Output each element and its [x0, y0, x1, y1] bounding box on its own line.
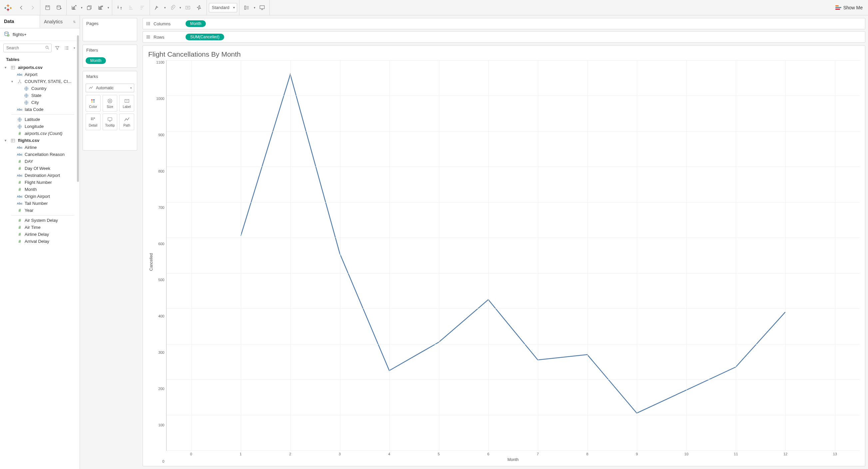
field-row[interactable]: State: [0, 92, 80, 99]
show-me-label: Show Me: [843, 5, 863, 10]
sort-desc-button[interactable]: [137, 2, 148, 13]
rows-pill-cancelled[interactable]: SUM(Cancelled): [186, 34, 224, 40]
back-button[interactable]: [16, 2, 27, 13]
svg-rect-42: [94, 118, 95, 119]
field-row[interactable]: City: [0, 99, 80, 106]
fields-tree: ▾airports.csvAbcAirport▾COUNTRY, STATE, …: [0, 64, 80, 469]
field-row[interactable]: Latitude: [0, 116, 80, 123]
rows-shelf[interactable]: Rows SUM(Cancelled): [143, 31, 865, 43]
field-row[interactable]: #Air System Delay: [0, 217, 80, 224]
tooltip-icon: [107, 117, 113, 123]
marks-color-button[interactable]: Color: [86, 95, 101, 112]
columns-shelf[interactable]: Columns Month: [143, 18, 865, 29]
field-row[interactable]: #Year: [0, 207, 80, 214]
filter-pill-month[interactable]: Month: [86, 57, 106, 64]
svg-rect-22: [11, 66, 15, 69]
marks-tooltip-button[interactable]: Tooltip: [102, 114, 118, 130]
sort-asc-button[interactable]: [126, 2, 136, 13]
new-worksheet-dropdown[interactable]: ▾: [80, 6, 83, 9]
presentation-button[interactable]: [257, 2, 268, 13]
field-row[interactable]: AbcTail Number: [0, 200, 80, 207]
field-row[interactable]: #Day Of Week: [0, 165, 80, 172]
svg-point-36: [109, 100, 111, 102]
table-row[interactable]: ▾airports.csv: [0, 64, 80, 71]
marks-size-button[interactable]: Size: [102, 95, 118, 112]
duplicate-sheet-button[interactable]: [84, 2, 95, 13]
pin-button[interactable]: [194, 2, 205, 13]
marks-label-button[interactable]: TLabel: [119, 95, 134, 112]
field-row[interactable]: #Air Time: [0, 224, 80, 231]
tab-analytics[interactable]: Analytics⇅: [40, 15, 80, 28]
field-row[interactable]: #Flight Number: [0, 179, 80, 186]
field-row[interactable]: AbcAirport: [0, 71, 80, 78]
field-row[interactable]: AbcDestination Airport: [0, 172, 80, 179]
clear-sheet-dropdown[interactable]: ▾: [106, 6, 110, 9]
attach-button[interactable]: [167, 2, 178, 13]
new-datasource-button[interactable]: [54, 2, 64, 13]
swap-button[interactable]: [114, 2, 125, 13]
path-icon: [124, 117, 130, 123]
svg-rect-14: [101, 6, 101, 9]
field-row[interactable]: #Arrival Delay: [0, 238, 80, 245]
save-button[interactable]: [42, 2, 53, 13]
svg-text:T: T: [126, 100, 128, 102]
mark-type-select[interactable]: Automatic: [86, 84, 134, 92]
chart-title[interactable]: Flight Cancellations By Month: [148, 50, 860, 58]
svg-point-21: [45, 46, 48, 48]
show-cards-button[interactable]: [242, 2, 252, 13]
fit-select[interactable]: Standard: [209, 3, 237, 12]
svg-rect-11: [74, 6, 74, 9]
columns-pill-month[interactable]: Month: [186, 20, 206, 27]
color-icon: [90, 98, 96, 104]
field-row[interactable]: #airports.csv (Count): [0, 130, 80, 137]
marks-path-button[interactable]: Path: [119, 114, 134, 130]
text-annotation-button[interactable]: T: [183, 2, 193, 13]
size-icon: [107, 98, 113, 104]
viz-canvas[interactable]: Flight Cancellations By Month Cancelled …: [143, 45, 865, 466]
toolbar: ▾ ▾ ▾ ▾ T Standard ▾ Show Me: [0, 0, 868, 15]
field-row[interactable]: AbcAirline: [0, 144, 80, 151]
show-me-button[interactable]: Show Me: [832, 5, 866, 10]
field-row[interactable]: Country: [0, 85, 80, 92]
search-input[interactable]: [3, 44, 52, 52]
field-row[interactable]: AbcOrigin Airport: [0, 193, 80, 200]
field-row[interactable]: ▾COUNTRY, STATE, CI...: [0, 78, 80, 85]
filters-card[interactable]: Filters Month: [83, 44, 137, 68]
chart-plot[interactable]: [166, 60, 860, 451]
svg-point-23: [19, 80, 20, 80]
svg-rect-44: [93, 119, 94, 120]
svg-point-35: [93, 101, 95, 103]
clear-sheet-button[interactable]: [95, 2, 106, 13]
svg-rect-31: [11, 139, 15, 142]
highlight-button[interactable]: [152, 2, 162, 13]
svg-rect-17: [245, 6, 246, 9]
table-row[interactable]: ▾flights.csv: [0, 137, 80, 144]
filter-fields-icon[interactable]: [54, 44, 61, 52]
field-row[interactable]: AbcCancellation Reason: [0, 151, 80, 158]
forward-button[interactable]: [27, 2, 38, 13]
svg-rect-45: [108, 118, 112, 121]
view-menu-dropdown[interactable]: ▾: [72, 44, 76, 52]
attach-dropdown[interactable]: ▾: [179, 6, 182, 9]
field-row[interactable]: #Month: [0, 186, 80, 193]
show-cards-dropdown[interactable]: ▾: [253, 6, 256, 9]
svg-point-19: [5, 32, 8, 33]
highlight-dropdown[interactable]: ▾: [163, 6, 166, 9]
view-list-icon[interactable]: [63, 44, 70, 52]
field-row[interactable]: #Airline Delay: [0, 231, 80, 238]
field-row[interactable]: #DAY: [0, 158, 80, 165]
field-row[interactable]: Longitude: [0, 123, 80, 130]
marks-detail-button[interactable]: Detail: [86, 114, 101, 130]
tab-data[interactable]: Data: [0, 15, 40, 28]
search-icon: [45, 45, 50, 51]
field-row[interactable]: AbcIata Code: [0, 106, 80, 113]
new-worksheet-button[interactable]: [69, 2, 79, 13]
datasource-row[interactable]: flights+: [0, 28, 80, 41]
svg-rect-10: [72, 7, 73, 9]
svg-point-32: [91, 99, 93, 101]
pages-card[interactable]: Pages: [83, 18, 137, 41]
svg-point-9: [57, 5, 61, 7]
scrollbar-thumb[interactable]: [77, 35, 79, 182]
y-axis-label: Cancelled: [148, 60, 154, 463]
svg-point-37: [108, 99, 112, 103]
